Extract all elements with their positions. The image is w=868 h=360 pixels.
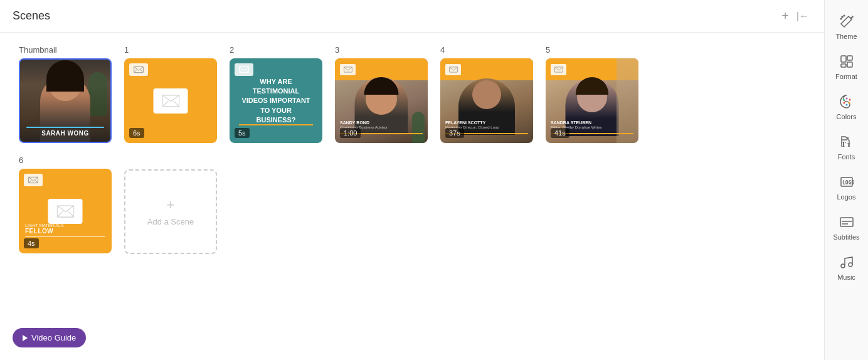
scene-4-number: 4 xyxy=(440,45,533,55)
svg-point-39 xyxy=(849,263,852,267)
scene-3-wrapper: 3 S xyxy=(335,45,428,143)
svg-point-38 xyxy=(841,264,845,268)
scene-4[interactable]: FELAYENI SCOTTYMarketing Director, Close… xyxy=(440,58,533,143)
sidebar-item-fonts[interactable]: T T Fonts xyxy=(825,127,868,167)
svg-text:T: T xyxy=(841,140,846,149)
scene-4-duration: 37s xyxy=(445,128,464,138)
svg-point-26 xyxy=(845,104,847,106)
header-actions: + |← xyxy=(779,8,812,24)
scene-2[interactable]: WHY ARE TESTIMONIAL VIDEOS IMPORTANT TO … xyxy=(230,58,322,143)
music-label: Music xyxy=(837,273,855,281)
scene-4-face xyxy=(472,80,501,109)
scene-5-number: 5 xyxy=(546,45,638,55)
svg-point-18 xyxy=(842,16,843,18)
svg-text:LOGO: LOGO xyxy=(842,180,854,186)
scene-3-number: 3 xyxy=(335,45,428,55)
logos-label: Logos xyxy=(837,193,856,201)
format-label: Format xyxy=(835,73,857,80)
svg-line-17 xyxy=(68,211,73,217)
scene-4-wrapper: 4 FELAYENI SCOTTYMarketing Director, xyxy=(440,45,533,143)
svg-point-19 xyxy=(844,15,845,16)
scene-2-duration: 5s xyxy=(235,128,250,138)
scene-6-icon-top xyxy=(24,174,43,186)
right-sidebar: Theme Format Colors xyxy=(824,0,868,360)
svg-line-4 xyxy=(162,101,168,107)
video-guide-label: Video Guide xyxy=(31,333,76,342)
scene-2-icon-top xyxy=(235,63,253,76)
header: Scenes + |← xyxy=(0,0,824,33)
thumbnail-wrapper: Thumbnail SARAH WONG xyxy=(19,45,112,143)
svg-line-8 xyxy=(246,70,249,73)
svg-point-20 xyxy=(840,18,842,19)
scene-1-duration: 6s xyxy=(129,128,144,138)
sidebar-item-theme[interactable]: Theme xyxy=(825,6,868,46)
thumbnail-label: Thumbnail xyxy=(19,45,112,55)
scene-6-wrapper: 6 xyxy=(19,156,112,253)
scene-5-duration: 41s xyxy=(551,128,569,138)
svg-line-5 xyxy=(173,101,179,107)
svg-point-27 xyxy=(848,102,850,104)
music-icon xyxy=(839,253,854,271)
scene-6-sublabel-prefix: LIGHT MATERIALS xyxy=(25,223,105,228)
scene-2-wrapper: 2 WHY ARE TESTIMONIAL VIDEOS IMPORTANT T… xyxy=(230,45,322,143)
svg-rect-22 xyxy=(847,56,852,60)
subtitles-label: Subtitles xyxy=(833,233,859,241)
svg-line-14 xyxy=(35,180,38,183)
scene-6[interactable]: LIGHT MATERIALS FELLOW 4s xyxy=(19,169,112,253)
thumbnail-bar xyxy=(26,127,104,128)
sidebar-item-colors[interactable]: Colors xyxy=(825,87,868,127)
svg-point-28 xyxy=(842,99,844,101)
scene-6-sublabel: FELLOW xyxy=(25,228,105,235)
sidebar-item-subtitles[interactable]: Subtitles xyxy=(825,207,868,247)
thumbnail-photo: SARAH WONG xyxy=(20,60,110,142)
page-title: Scenes xyxy=(13,9,50,23)
add-scene-card[interactable]: + Add a Scene xyxy=(124,169,217,254)
play-icon xyxy=(23,335,28,341)
svg-rect-24 xyxy=(841,64,846,67)
scenes-row-2: 6 xyxy=(19,156,805,254)
scenes-content: Thumbnail SARAH WONG xyxy=(0,33,824,360)
svg-point-29 xyxy=(845,98,847,100)
scene-3-icon xyxy=(340,64,356,75)
scenes-row-1: Thumbnail SARAH WONG xyxy=(19,45,805,143)
scene-6-icon-center xyxy=(48,199,83,224)
scene-6-sublabel-area: LIGHT MATERIALS FELLOW xyxy=(25,223,105,237)
add-scene-icon[interactable]: + xyxy=(779,8,791,24)
add-scene-plus-icon: + xyxy=(167,197,175,213)
scene-6-number: 6 xyxy=(19,156,112,165)
svg-rect-23 xyxy=(847,62,852,67)
thumbnail-scene[interactable]: SARAH WONG xyxy=(19,58,112,143)
scene-6-bar xyxy=(25,236,105,237)
sidebar-item-format[interactable]: Format xyxy=(825,46,868,87)
scene-4-icon xyxy=(445,64,461,75)
scene-1-icon-top xyxy=(129,63,148,76)
svg-line-2 xyxy=(140,70,144,73)
fonts-icon: T T xyxy=(839,133,854,151)
svg-point-25 xyxy=(843,102,845,104)
colors-label: Colors xyxy=(837,113,857,120)
scene-1-number: 1 xyxy=(124,45,217,55)
add-scene-label: Add a Scene xyxy=(147,217,194,226)
scene-3[interactable]: SANDY BONDContinuing Business Advisor 1:… xyxy=(335,58,428,143)
wand-icon xyxy=(839,13,854,30)
scene-5[interactable]: SANDRA STEUBENEditor, Shelby Donahue Wri… xyxy=(546,58,638,143)
scene-1[interactable]: 6s xyxy=(124,58,217,143)
video-guide-button[interactable]: Video Guide xyxy=(13,328,86,347)
format-icon xyxy=(839,53,854,70)
svg-text:T: T xyxy=(847,142,850,148)
svg-line-13 xyxy=(29,180,32,183)
scene-6-duration: 4s xyxy=(24,238,39,248)
collapse-icon[interactable]: |← xyxy=(794,9,812,23)
svg-line-7 xyxy=(240,70,243,73)
scene-5-icon xyxy=(551,64,566,75)
sidebar-item-logos[interactable]: LOGO Logos xyxy=(825,167,868,207)
svg-line-1 xyxy=(134,70,137,73)
sidebar-item-music[interactable]: Music xyxy=(825,247,868,287)
scene-1-icon-center xyxy=(154,88,188,114)
svg-point-30 xyxy=(849,99,850,101)
subtitles-icon xyxy=(839,213,854,231)
scene-5-wrapper: 5 S xyxy=(546,45,638,143)
scene-2-text: WHY ARE TESTIMONIAL VIDEOS IMPORTANT TO … xyxy=(241,77,310,125)
main-area: Scenes + |← Thumbnail xyxy=(0,0,824,360)
scene-1-wrapper: 1 xyxy=(124,45,217,143)
